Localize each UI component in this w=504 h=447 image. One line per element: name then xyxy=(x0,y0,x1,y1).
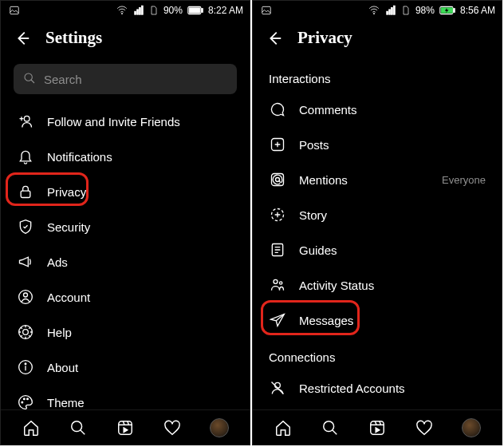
menu-item-posts[interactable]: Posts xyxy=(253,127,502,162)
status-bar: 98% 8:56 AM xyxy=(253,1,502,20)
search-input[interactable]: Search xyxy=(14,64,237,94)
mention-icon xyxy=(269,171,286,188)
menu-label: Privacy xyxy=(47,185,234,199)
menu-label: Theme xyxy=(47,396,234,409)
clock: 8:56 AM xyxy=(460,5,495,16)
svg-rect-7 xyxy=(202,9,203,13)
signal-icon xyxy=(385,5,396,16)
info-icon xyxy=(17,358,34,376)
svg-point-20 xyxy=(27,398,29,400)
battery-pct: 90% xyxy=(163,5,183,16)
page-title: Settings xyxy=(45,28,102,48)
nav-home[interactable] xyxy=(21,417,41,438)
section-connections: Connections xyxy=(253,338,502,370)
nav-reels[interactable] xyxy=(115,417,136,438)
nav-search[interactable] xyxy=(320,417,341,438)
battery-icon xyxy=(187,6,203,15)
clock: 8:22 AM xyxy=(208,5,243,16)
svg-rect-25 xyxy=(387,11,388,14)
lock-icon xyxy=(17,183,34,200)
svg-rect-28 xyxy=(393,6,395,14)
svg-rect-0 xyxy=(10,6,19,14)
svg-rect-26 xyxy=(389,10,391,14)
svg-point-17 xyxy=(25,363,26,365)
menu-item-comments[interactable]: Comments xyxy=(253,92,502,127)
megaphone-icon xyxy=(17,253,34,271)
bottom-nav xyxy=(1,409,250,445)
svg-point-39 xyxy=(275,382,281,388)
menu-label: Security xyxy=(47,220,234,234)
activity-icon xyxy=(269,276,286,294)
menu-label: About xyxy=(47,361,234,374)
menu-item-story[interactable]: Story xyxy=(253,197,502,232)
menu-label: Story xyxy=(299,208,486,222)
menu-item-about[interactable]: About xyxy=(1,350,250,385)
menu-label: Notifications xyxy=(47,150,234,164)
menu-item-theme[interactable]: Theme xyxy=(1,385,250,409)
search-icon xyxy=(23,72,36,87)
menu-label: Mentions xyxy=(299,173,429,187)
nav-profile[interactable] xyxy=(209,417,230,438)
nav-reels[interactable] xyxy=(367,417,388,438)
menu-label: Comments xyxy=(299,103,486,117)
menu-item-account[interactable]: Account xyxy=(1,279,250,314)
page-title: Privacy xyxy=(297,28,352,48)
guides-icon xyxy=(269,241,286,259)
nav-home[interactable] xyxy=(273,417,293,438)
privacy-screen: 98% 8:56 AM Privacy Interactions Comment… xyxy=(252,0,502,445)
status-bar: 90% 8:22 AM xyxy=(1,1,250,20)
privacy-menu: Interactions Comments Posts Mentions Eve… xyxy=(253,59,502,409)
section-interactions: Interactions xyxy=(253,59,502,92)
menu-item-privacy[interactable]: Privacy xyxy=(1,174,250,209)
nav-search[interactable] xyxy=(68,417,89,438)
battery-charging-icon xyxy=(439,6,455,15)
nav-activity[interactable] xyxy=(162,417,183,438)
menu-label: Account xyxy=(47,291,234,304)
menu-item-activity-status[interactable]: Activity Status xyxy=(253,267,502,303)
menu-item-mentions[interactable]: Mentions Everyone xyxy=(253,162,502,197)
svg-point-34 xyxy=(276,178,280,182)
nav-profile[interactable] xyxy=(461,417,482,438)
svg-point-9 xyxy=(25,73,32,81)
sim-icon xyxy=(149,5,159,16)
add-user-icon xyxy=(17,113,34,130)
menu-item-security[interactable]: Security xyxy=(1,209,250,244)
messages-icon xyxy=(269,311,286,329)
settings-menu: Follow and Invite Friends Notifications … xyxy=(1,104,250,409)
menu-item-guides[interactable]: Guides xyxy=(253,232,502,267)
menu-item-ads[interactable]: Ads xyxy=(1,244,250,279)
svg-rect-2 xyxy=(135,11,136,14)
header: Privacy xyxy=(253,20,502,59)
svg-point-18 xyxy=(22,402,23,403)
sim-icon xyxy=(401,5,411,16)
avatar xyxy=(210,418,229,437)
svg-rect-41 xyxy=(371,421,384,434)
svg-rect-30 xyxy=(454,9,455,13)
svg-rect-27 xyxy=(392,8,393,15)
menu-label: Restricted Accounts xyxy=(299,382,486,395)
palette-icon xyxy=(17,394,34,409)
svg-rect-5 xyxy=(141,6,143,14)
restricted-icon xyxy=(269,379,286,397)
back-icon[interactable] xyxy=(14,30,31,47)
battery-pct: 98% xyxy=(415,5,435,16)
menu-item-messages[interactable]: Messages xyxy=(253,303,502,338)
menu-label: Help xyxy=(47,326,234,339)
menu-value: Everyone xyxy=(442,174,486,186)
svg-point-24 xyxy=(373,14,374,14)
svg-point-13 xyxy=(24,293,28,297)
menu-item-follow-invite[interactable]: Follow and Invite Friends xyxy=(1,104,250,139)
nav-activity[interactable] xyxy=(414,417,435,438)
menu-item-notifications[interactable]: Notifications xyxy=(1,139,250,174)
svg-rect-4 xyxy=(140,8,141,15)
menu-label: Messages xyxy=(299,314,486,327)
menu-item-restricted[interactable]: Restricted Accounts xyxy=(253,370,502,405)
menu-label: Follow and Invite Friends xyxy=(47,115,234,129)
menu-item-help[interactable]: Help xyxy=(1,314,250,350)
comment-icon xyxy=(269,101,286,118)
header: Settings xyxy=(1,20,250,59)
back-icon[interactable] xyxy=(266,30,283,47)
signal-icon xyxy=(133,5,144,16)
svg-point-15 xyxy=(23,330,29,335)
svg-point-38 xyxy=(280,282,282,284)
